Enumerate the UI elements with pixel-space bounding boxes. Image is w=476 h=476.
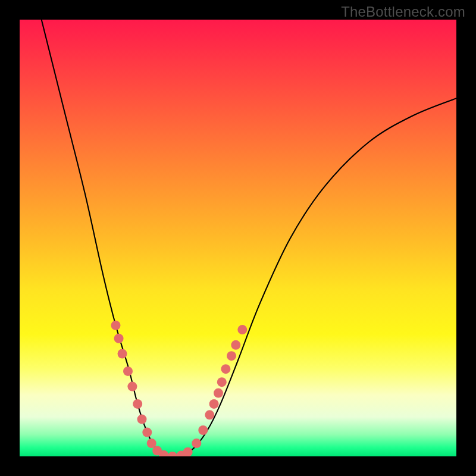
highlight-dot	[214, 389, 223, 398]
highlight-dot	[142, 428, 152, 437]
highlight-dot	[133, 399, 142, 409]
watermark-text: TheBottleneck.com	[341, 4, 465, 20]
highlight-dot	[217, 377, 227, 387]
highlight-dot	[227, 351, 236, 361]
highlight-dot	[221, 364, 230, 374]
highlight-dot	[137, 415, 147, 424]
highlight-dot	[123, 367, 133, 376]
highlight-dot	[209, 399, 219, 409]
highlight-dot	[127, 382, 137, 392]
highlight-dot	[111, 321, 121, 330]
highlight-dot	[168, 452, 177, 456]
highlight-dot	[192, 439, 201, 448]
chart-frame: TheBottleneck.com	[0, 0, 476, 476]
highlight-dot	[183, 447, 193, 456]
highlight-dot	[198, 425, 208, 435]
bottleneck-curve	[42, 20, 456, 456]
curve-layer	[20, 20, 456, 456]
highlight-dot	[118, 349, 127, 359]
highlight-dot	[231, 340, 240, 350]
highlight-dot	[114, 334, 124, 343]
highlight-dot	[237, 325, 247, 334]
plot-area	[20, 20, 456, 456]
highlight-dot	[205, 410, 214, 419]
